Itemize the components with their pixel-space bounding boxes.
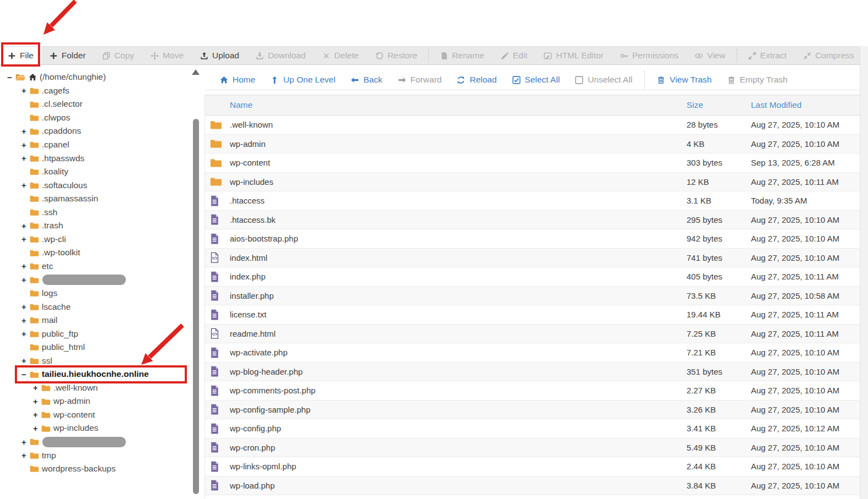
- table-row-index-html[interactable]: index.html741 bytesAug 27, 2025, 10:10 A…: [205, 249, 860, 268]
- table-row-installer-php[interactable]: installer.php73.5 KBAug 27, 2025, 10:58 …: [205, 287, 860, 306]
- view-trash-button[interactable]: View Trash: [649, 75, 719, 85]
- html-editor-button[interactable]: HTML Editor: [535, 47, 611, 64]
- column-header-last-modified[interactable]: Last Modified: [751, 100, 860, 110]
- download-button[interactable]: Download: [247, 47, 314, 64]
- table-row-wp-includes[interactable]: wp-includes12 KBAug 27, 2025, 10:11 AM: [205, 173, 860, 192]
- plus-toggle-icon[interactable]: +: [33, 397, 41, 406]
- plus-toggle-icon[interactable]: +: [21, 140, 30, 150]
- tree-item-trash[interactable]: +.trash: [0, 219, 192, 233]
- empty-trash-button[interactable]: Empty Trash: [720, 75, 795, 85]
- table-row-wp-comments-post-php[interactable]: wp-comments-post.php2.27 KBAug 27, 2025,…: [205, 381, 860, 401]
- upload-button[interactable]: Upload: [192, 47, 247, 64]
- column-header-name[interactable]: Name: [230, 100, 687, 110]
- table-row-wp-activate-php[interactable]: wp-activate.php7.21 KBAug 27, 2025, 10:1…: [205, 343, 860, 363]
- up-one-level-button[interactable]: Up One Level: [263, 75, 343, 85]
- plus-toggle-icon[interactable]: +: [33, 410, 41, 419]
- tree-item-htpasswds[interactable]: +.htpasswds: [0, 151, 192, 165]
- tree-item-cl-selector[interactable]: .cl.selector: [0, 97, 192, 111]
- table-row-wp-blog-header-php[interactable]: wp-blog-header.php351 bytesAug 27, 2025,…: [205, 363, 860, 382]
- table-row-wp-config-php[interactable]: wp-config.php3.41 KBAug 27, 2025, 10:12 …: [205, 419, 860, 438]
- move-button[interactable]: Move: [142, 47, 192, 64]
- tree-item-well-known[interactable]: +.well-known: [0, 381, 192, 395]
- tree-item-mail[interactable]: +mail: [0, 314, 192, 327]
- tree-item-wp-admin[interactable]: +wp-admin: [0, 394, 192, 408]
- plus-toggle-icon[interactable]: +: [21, 180, 30, 190]
- unselect-all-button[interactable]: Unselect All: [567, 75, 640, 85]
- table-row-htaccess-bk[interactable]: .htaccess.bk295 bytesAug 27, 2025, 10:10…: [205, 211, 860, 230]
- minus-toggle-icon[interactable]: −: [7, 73, 15, 82]
- plus-toggle-icon[interactable]: +: [21, 329, 30, 338]
- tree-item-home-chunghie[interactable]: −(/home/chunghie): [0, 70, 192, 84]
- plus-toggle-icon[interactable]: +: [21, 356, 30, 365]
- tree-item-spamassassin[interactable]: .spamassassin: [0, 192, 192, 206]
- column-header-size[interactable]: Size: [687, 100, 751, 110]
- tree-item-ssl[interactable]: +ssl: [0, 354, 192, 368]
- rename-button[interactable]: Rename: [432, 47, 493, 64]
- plus-toggle-icon[interactable]: +: [33, 383, 41, 392]
- table-row-readme-html[interactable]: readme.html7.25 KBAug 27, 2025, 10:11 AM: [205, 325, 860, 344]
- minus-toggle-icon[interactable]: −: [21, 370, 30, 379]
- plus-toggle-icon[interactable]: +: [21, 437, 30, 447]
- extract-button[interactable]: Extract: [740, 47, 795, 64]
- plus-toggle-icon[interactable]: +: [21, 86, 30, 95]
- tree-item-wordpress-backups[interactable]: wordpress-backups: [0, 462, 192, 476]
- tree-item-ssh[interactable]: .ssh: [0, 205, 192, 219]
- plus-toggle-icon[interactable]: +: [21, 261, 30, 271]
- reload-button[interactable]: Reload: [449, 75, 504, 85]
- table-row-well-known[interactable]: .well-known28 bytesAug 27, 2025, 10:10 A…: [205, 116, 860, 135]
- table-row-wp-config-sample-php[interactable]: wp-config-sample.php3.26 KBAug 27, 2025,…: [205, 401, 860, 420]
- table-row-wp-links-opml-php[interactable]: wp-links-opml.php2.44 KBAug 27, 2025, 10…: [205, 457, 860, 476]
- delete-button[interactable]: Delete: [314, 47, 367, 64]
- plus-toggle-icon[interactable]: +: [21, 153, 30, 163]
- sidebar-scrollbar-thumb[interactable]: [193, 119, 199, 494]
- plus-toggle-icon[interactable]: +: [33, 424, 41, 433]
- permissions-button[interactable]: Permissions: [612, 47, 687, 64]
- table-row-wp-cron-php[interactable]: wp-cron.php5.49 KBAug 27, 2025, 10:10 AM: [205, 438, 860, 458]
- tree-item-wp-toolkit[interactable]: .wp-toolkit: [0, 246, 192, 260]
- table-row-index-php[interactable]: index.php405 bytesAug 27, 2025, 10:11 AM: [205, 267, 860, 287]
- sidebar-scroll-up-icon[interactable]: [192, 69, 200, 75]
- tree-item-logs[interactable]: logs: [0, 287, 192, 300]
- edit-button[interactable]: Edit: [493, 47, 536, 64]
- view-button[interactable]: View: [687, 47, 733, 64]
- restore-button[interactable]: Restore: [367, 47, 425, 64]
- table-row-license-txt[interactable]: license.txt19.44 KBAug 27, 2025, 10:11 A…: [205, 305, 860, 325]
- plus-toggle-icon[interactable]: +: [21, 302, 30, 311]
- table-row-aios-bootstrap-php[interactable]: aios-bootstrap.php942 bytesAug 27, 2025,…: [205, 229, 860, 249]
- plus-toggle-icon[interactable]: +: [21, 127, 30, 136]
- forward-button[interactable]: Forward: [390, 75, 450, 85]
- tree-item-public-html[interactable]: public_html: [0, 341, 192, 354]
- tree-item-public-ftp[interactable]: +public_ftp: [0, 327, 192, 341]
- table-row-htaccess[interactable]: .htaccess3.1 KBToday, 9:35 AM: [205, 191, 860, 211]
- tree-item-tmp[interactable]: +tmp: [0, 448, 192, 462]
- tree-item-koality[interactable]: .koality: [0, 165, 192, 179]
- tree-item-redacted[interactable]: +: [0, 435, 192, 449]
- select-all-button[interactable]: Select All: [505, 75, 568, 85]
- file-button[interactable]: File: [0, 47, 41, 64]
- copy-button[interactable]: Copy: [94, 47, 142, 64]
- plus-toggle-icon[interactable]: +: [21, 275, 30, 284]
- tree-item-clwpos[interactable]: .clwpos: [0, 111, 192, 125]
- tree-item-redacted[interactable]: +: [0, 273, 192, 287]
- tree-item-cpaddons[interactable]: +.cpaddons: [0, 124, 192, 138]
- plus-toggle-icon[interactable]: +: [21, 316, 30, 325]
- tree-item-wp-cli[interactable]: +.wp-cli: [0, 233, 192, 246]
- folder-button[interactable]: Folder: [41, 47, 94, 64]
- tree-item-tailieu-hieukhocnhe-online[interactable]: −tailieu.hieukhocnhe.online: [0, 368, 192, 381]
- plus-toggle-icon[interactable]: +: [21, 221, 30, 231]
- plus-toggle-icon[interactable]: +: [21, 234, 30, 244]
- tree-item-lscache[interactable]: +lscache: [0, 300, 192, 314]
- tree-item-cagefs[interactable]: +.cagefs: [0, 84, 192, 98]
- table-row-wp-content[interactable]: wp-content303 bytesSep 13, 2025, 6:28 AM: [205, 153, 860, 173]
- table-row-wp-load-php[interactable]: wp-load.php3.84 KBAug 27, 2025, 10:10 AM: [205, 476, 860, 496]
- tree-item-etc[interactable]: +etc: [0, 260, 192, 273]
- plus-toggle-icon[interactable]: +: [21, 451, 30, 460]
- tree-item-softaculous[interactable]: +.softaculous: [0, 178, 192, 192]
- home-button[interactable]: Home: [212, 75, 263, 85]
- compress-button[interactable]: Compress: [795, 47, 863, 64]
- tree-item-wp-content[interactable]: +wp-content: [0, 408, 192, 422]
- back-button[interactable]: Back: [343, 75, 390, 85]
- table-row-wp-admin[interactable]: wp-admin4 KBAug 27, 2025, 10:10 AM: [205, 135, 860, 154]
- tree-item-cpanel[interactable]: +.cpanel: [0, 138, 192, 152]
- tree-item-wp-includes[interactable]: +wp-includes: [0, 421, 192, 435]
